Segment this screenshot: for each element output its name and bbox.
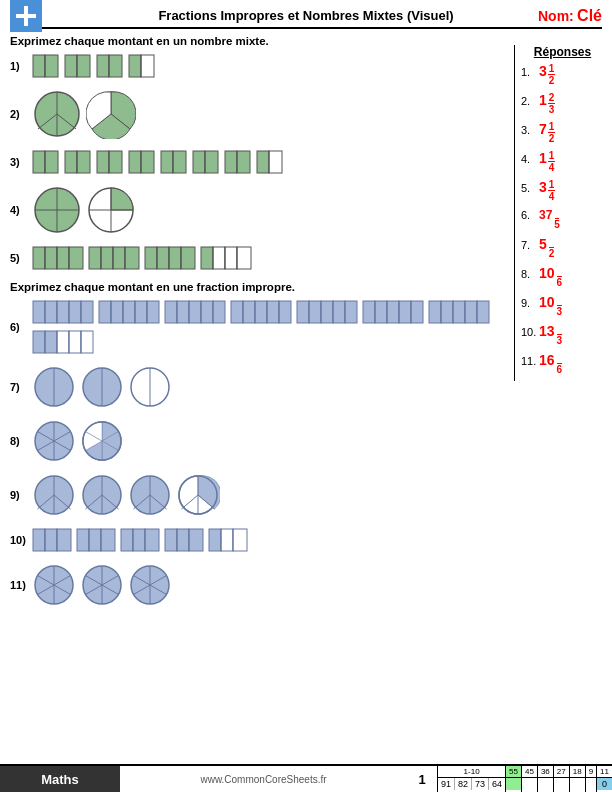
svg-rect-2: [33, 55, 45, 77]
page-title: Fractions Impropres et Nombres Mixtes (V…: [158, 8, 453, 23]
svg-rect-64: [157, 247, 169, 269]
svg-rect-89: [135, 301, 147, 323]
problem-8: 8): [10, 419, 502, 463]
svg-rect-8: [97, 55, 109, 77]
svg-rect-105: [243, 301, 255, 323]
svg-rect-20: [45, 151, 58, 173]
svg-rect-141: [45, 331, 57, 353]
rect-shape: [96, 53, 124, 79]
page-number: 1: [407, 766, 437, 792]
svg-rect-22: [65, 151, 77, 173]
rect-shape-4-partial: [200, 245, 252, 271]
logo: [10, 0, 42, 32]
svg-rect-3: [45, 55, 58, 77]
svg-rect-87: [111, 301, 123, 323]
blue-circle-empty: [128, 365, 172, 409]
svg-rect-99: [213, 301, 225, 323]
svg-rect-104: [231, 301, 243, 323]
section2-title: Exprimez chaque montant en une fraction …: [10, 281, 502, 293]
rect-shape: [128, 149, 156, 175]
score-group-18: 18: [569, 766, 585, 792]
svg-rect-134: [465, 301, 477, 323]
svg-rect-9: [109, 55, 122, 77]
blue-circle-3-full: [32, 473, 76, 517]
blue-rect-5-full: [164, 299, 226, 325]
blue-rect-3-full: [32, 527, 72, 553]
rect-shape-partial: [128, 53, 156, 79]
svg-rect-58: [113, 247, 125, 269]
svg-rect-66: [181, 247, 195, 269]
svg-rect-195: [189, 529, 203, 551]
rect-shape: [32, 149, 60, 175]
svg-rect-38: [237, 151, 250, 173]
score-group-11: 11 0: [596, 766, 612, 792]
svg-rect-77: [33, 301, 45, 323]
svg-rect-133: [453, 301, 465, 323]
problem-9: 9): [10, 473, 502, 517]
answer-5: 5. 3 14: [521, 179, 604, 202]
svg-rect-124: [387, 301, 399, 323]
answer-6: 6. 37 5: [521, 208, 604, 230]
svg-rect-132: [441, 301, 453, 323]
svg-rect-131: [429, 301, 441, 323]
answer-8: 8. 10 6: [521, 265, 604, 288]
svg-rect-194: [177, 529, 189, 551]
circle-full: [32, 89, 82, 139]
svg-rect-96: [177, 301, 189, 323]
svg-rect-86: [99, 301, 111, 323]
svg-rect-56: [89, 247, 101, 269]
svg-rect-144: [81, 331, 93, 353]
svg-rect-1: [16, 14, 36, 18]
rect-shape: [96, 149, 124, 175]
svg-rect-189: [133, 529, 145, 551]
blue-rect-3-full: [164, 527, 204, 553]
svg-rect-35: [205, 151, 218, 173]
svg-rect-190: [145, 529, 159, 551]
score-group-27: 27: [553, 766, 569, 792]
rect-shape: [192, 149, 220, 175]
header: Fractions Impropres et Nombres Mixtes (V…: [10, 8, 602, 29]
answer-2: 2. 1 23: [521, 92, 604, 115]
svg-rect-123: [375, 301, 387, 323]
svg-rect-108: [279, 301, 291, 323]
answer-9: 9. 10 3: [521, 294, 604, 317]
score-group-1-10: 1-10 91 82 73 64: [437, 766, 505, 792]
svg-rect-107: [267, 301, 279, 323]
svg-rect-106: [255, 301, 267, 323]
problem-7: 7): [10, 365, 502, 409]
svg-rect-73: [237, 247, 251, 269]
svg-rect-65: [169, 247, 181, 269]
svg-rect-72: [225, 247, 237, 269]
svg-rect-78: [45, 301, 57, 323]
svg-rect-81: [81, 301, 93, 323]
svg-rect-29: [141, 151, 154, 173]
svg-rect-180: [57, 529, 71, 551]
rect-shape-4: [88, 245, 140, 271]
score-group-55: 55: [505, 766, 521, 792]
rect-shape-partial: [256, 149, 284, 175]
svg-rect-179: [45, 529, 57, 551]
answer-4: 4. 1 14: [521, 150, 604, 173]
blue-circle-6-partial: [80, 419, 124, 463]
svg-rect-135: [477, 301, 489, 323]
svg-rect-11: [129, 55, 141, 77]
svg-rect-90: [147, 301, 159, 323]
blue-rect-3-partial: [208, 527, 248, 553]
blue-rect-5-full: [296, 299, 358, 325]
svg-rect-200: [233, 529, 247, 551]
answer-7: 7. 5 2: [521, 236, 604, 259]
answers-title: Réponses: [521, 45, 604, 59]
svg-rect-79: [57, 301, 69, 323]
svg-rect-184: [89, 529, 101, 551]
svg-rect-185: [101, 529, 115, 551]
footer-url: www.CommonCoreSheets.fr: [120, 766, 407, 792]
svg-rect-142: [57, 331, 69, 353]
svg-rect-122: [363, 301, 375, 323]
svg-rect-57: [101, 247, 113, 269]
section1-title: Exprimez chaque montant en un nombre mix…: [10, 35, 502, 47]
circle-partial: [86, 89, 136, 139]
blue-rect-3-full: [120, 527, 160, 553]
rect-shape: [32, 53, 60, 79]
svg-rect-49: [33, 247, 45, 269]
svg-rect-40: [257, 151, 269, 173]
